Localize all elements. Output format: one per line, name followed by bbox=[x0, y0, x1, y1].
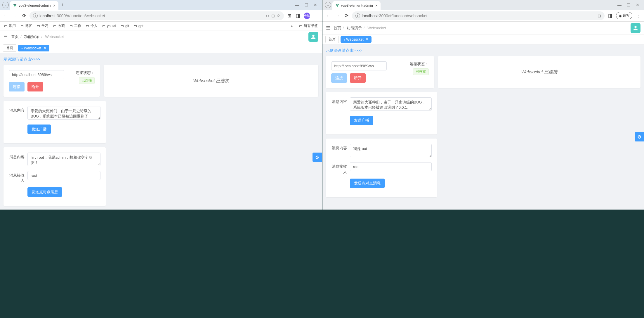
status-badge: 已连接 bbox=[79, 77, 95, 84]
source-code-link[interactable]: 示例源码 请点击>>>> bbox=[4, 57, 40, 62]
url-input[interactable]: i localhost:3000/#/function/websocket ⊶ … bbox=[29, 11, 284, 20]
broadcast-msg-input[interactable]: 亲爱的大冤种们，由于一只史诗级的BUG，系统版本已经被迫回退到了 bbox=[27, 106, 100, 120]
minimize-icon[interactable]: — bbox=[295, 3, 299, 7]
connect-button[interactable]: 连接 bbox=[331, 73, 347, 83]
p2p-msg-input[interactable]: hi，root，我是admin，想和你交个朋友！ bbox=[27, 153, 100, 166]
p2p-recipient-input[interactable] bbox=[27, 171, 100, 180]
new-tab-button[interactable]: + bbox=[383, 2, 387, 8]
hamburger-icon[interactable]: ☰ bbox=[4, 34, 8, 39]
page-content: 示例源码 请点击>>>> 连接 断开 连接状态： 已连接 bbox=[322, 44, 644, 210]
breadcrumb-item[interactable]: 功能演示 bbox=[24, 34, 39, 39]
profile-avatar[interactable]: 先瑞 bbox=[304, 13, 310, 19]
folder-icon: 🗀 bbox=[134, 24, 137, 28]
guest-profile-badge[interactable]: ◉访客 bbox=[616, 12, 632, 19]
user-avatar[interactable] bbox=[308, 32, 318, 42]
titlebar: ⌄ vue3-element-admin × + — ☐ ✕ bbox=[0, 0, 322, 10]
view-tab-websocket[interactable]: Websocket✕ bbox=[18, 45, 49, 51]
tab-close-icon[interactable]: ✕ bbox=[44, 46, 46, 50]
breadcrumb-item[interactable]: 首页 bbox=[11, 34, 19, 39]
url-input[interactable]: i localhost:3000/#/function/websocket ⊟ bbox=[352, 11, 605, 20]
back-icon[interactable]: ← bbox=[2, 12, 9, 20]
hamburger-icon[interactable]: ☰ bbox=[326, 25, 330, 31]
bookmark-folder[interactable]: 🗀博客 bbox=[19, 23, 34, 29]
folder-icon: 🗀 bbox=[86, 24, 89, 28]
p2p-recv-label: 消息接收人 bbox=[331, 162, 350, 174]
tab-close-icon[interactable]: × bbox=[375, 3, 378, 8]
bookmark-folder[interactable]: 🗀常用 bbox=[2, 23, 18, 29]
disconnect-button[interactable]: 断开 bbox=[350, 73, 366, 83]
close-window-icon[interactable]: ✕ bbox=[636, 3, 639, 7]
close-window-icon[interactable]: ✕ bbox=[314, 3, 317, 7]
forward-icon[interactable]: → bbox=[12, 12, 19, 20]
tab-search-dropdown[interactable]: ⌄ bbox=[325, 2, 331, 8]
disconnect-button[interactable]: 断开 bbox=[27, 82, 43, 91]
translate-icon[interactable]: ⊟ bbox=[271, 13, 275, 18]
menu-icon[interactable]: ⋮ bbox=[635, 12, 642, 20]
maximize-icon[interactable]: ☐ bbox=[305, 3, 308, 7]
bookmark-folder[interactable]: 🗀学习 bbox=[35, 23, 50, 29]
breadcrumb-item[interactable]: 功能演示 bbox=[347, 26, 362, 30]
ws-url-input[interactable] bbox=[9, 70, 64, 79]
view-tab-home[interactable]: 首页 bbox=[3, 44, 16, 52]
view-tab-home[interactable]: 首页 bbox=[325, 36, 339, 43]
titlebar: ⌄ vue3-element-admin × + — ☐ ✕ bbox=[322, 0, 644, 10]
p2p-msg-input[interactable]: 我是root bbox=[350, 144, 432, 157]
folder-icon: 🗀 bbox=[20, 24, 24, 28]
browser-window-left: ⌄ vue3-element-admin × + — ☐ ✕ ← → ⟳ i l… bbox=[0, 0, 322, 210]
bookmark-folder[interactable]: 🗀个人 bbox=[84, 23, 99, 29]
broadcast-msg-label: 消息内容 bbox=[9, 106, 27, 113]
star-icon[interactable]: ☆ bbox=[277, 13, 280, 18]
tab-close-icon[interactable]: ✕ bbox=[366, 37, 368, 41]
browser-window-right: ⌄ vue3-element-admin × + — ☐ ✕ ← → ⟳ i l… bbox=[322, 0, 644, 210]
reload-icon[interactable]: ⟳ bbox=[21, 12, 27, 20]
status-badge: 已连接 bbox=[413, 68, 429, 75]
folder-icon: 🗀 bbox=[121, 24, 124, 28]
sidepanel-icon[interactable]: ◨ bbox=[607, 12, 614, 20]
extensions-icon[interactable]: ⊞ bbox=[286, 12, 292, 20]
reload-icon[interactable]: ⟳ bbox=[343, 12, 350, 20]
all-bookmarks-button[interactable]: 🗀所有书签 bbox=[297, 23, 320, 29]
browser-tab[interactable]: vue3-element-admin × bbox=[332, 1, 381, 10]
bookmark-folder[interactable]: 🗀工作 bbox=[68, 23, 83, 29]
status-label: 连接状态： bbox=[393, 61, 429, 67]
maximize-icon[interactable]: ☐ bbox=[627, 3, 631, 7]
app-header: ☰ 首页/ 功能演示/ Websocket bbox=[0, 30, 322, 43]
browser-tab[interactable]: vue3-element-admin × bbox=[10, 1, 58, 10]
tab-search-dropdown[interactable]: ⌄ bbox=[2, 2, 9, 8]
ws-url-input[interactable] bbox=[331, 61, 387, 70]
new-tab-button[interactable]: + bbox=[61, 2, 65, 8]
broadcast-msg-input[interactable]: 亲爱的大冤种们，由于一只史诗级的BUG，系统版本已经被迫回退到了0.0.1。 bbox=[350, 97, 432, 111]
bookmark-folder[interactable]: 🗀git bbox=[119, 23, 131, 29]
translate-icon[interactable]: ⊟ bbox=[598, 13, 601, 18]
send-broadcast-button[interactable]: 发送广播 bbox=[27, 125, 51, 134]
user-avatar[interactable] bbox=[631, 23, 640, 33]
back-icon[interactable]: ← bbox=[325, 12, 332, 20]
connection-card: 连接 断开 连接状态： 已连接 bbox=[4, 65, 100, 97]
password-key-icon[interactable]: ⊶ bbox=[265, 13, 270, 18]
app-header: ☰ 首页/ 功能演示/ Websocket bbox=[322, 22, 644, 34]
view-tab-websocket[interactable]: Websocket✕ bbox=[341, 36, 372, 43]
vue-favicon bbox=[13, 4, 17, 8]
send-p2p-button[interactable]: 发送点对点消息 bbox=[350, 179, 385, 188]
breadcrumb-item[interactable]: 首页 bbox=[334, 26, 341, 30]
sidepanel-icon[interactable]: ◨ bbox=[295, 12, 301, 20]
connect-button[interactable]: 连接 bbox=[9, 82, 25, 91]
site-info-icon[interactable]: i bbox=[355, 13, 360, 18]
broadcast-card: 消息内容 亲爱的大冤种们，由于一只史诗级的BUG，系统版本已经被迫回退到了0.0… bbox=[326, 92, 437, 134]
site-info-icon[interactable]: i bbox=[33, 13, 38, 18]
forward-icon[interactable]: → bbox=[334, 12, 341, 20]
menu-icon[interactable]: ⋮ bbox=[313, 12, 320, 20]
bookmark-folder[interactable]: 🗀收藏 bbox=[51, 23, 67, 29]
settings-float-button[interactable]: ⚙ bbox=[635, 132, 644, 141]
url-text: localhost:3000/#/function/websocket bbox=[362, 13, 596, 18]
settings-float-button[interactable]: ⚙ bbox=[313, 153, 322, 162]
source-code-link[interactable]: 示例源码 请点击>>>> bbox=[326, 48, 362, 53]
bookmark-folder[interactable]: 🗀youlai bbox=[100, 23, 118, 29]
bookmarks-overflow-icon[interactable]: » bbox=[291, 24, 293, 28]
minimize-icon[interactable]: — bbox=[617, 3, 622, 7]
p2p-recipient-input[interactable] bbox=[350, 162, 432, 171]
send-broadcast-button[interactable]: 发送广播 bbox=[350, 116, 373, 125]
tab-close-icon[interactable]: × bbox=[53, 3, 55, 8]
bookmark-folder[interactable]: 🗀gpt bbox=[132, 23, 145, 29]
send-p2p-button[interactable]: 发送点对点消息 bbox=[27, 187, 62, 197]
